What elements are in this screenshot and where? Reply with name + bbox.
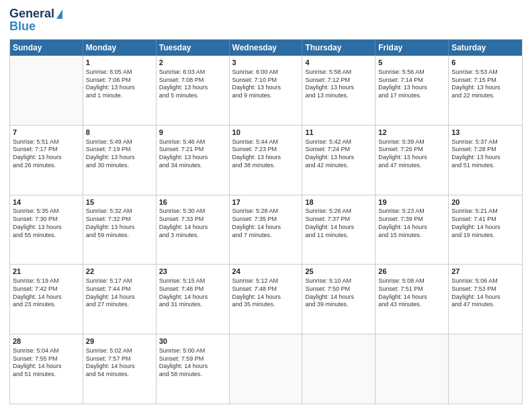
header-sunday: Sunday: [10, 40, 83, 56]
page: General Blue Sunday Monday Tuesday Wedne…: [0, 0, 532, 411]
day-info: Sunrise: 5:35 AM Sunset: 7:30 PM Dayligh…: [13, 208, 80, 239]
calendar: Sunday Monday Tuesday Wednesday Thursday…: [9, 39, 523, 404]
day-info: Sunrise: 5:51 AM Sunset: 7:17 PM Dayligh…: [13, 138, 80, 170]
day-number: 2: [159, 58, 226, 68]
day-info: Sunrise: 5:04 AM Sunset: 7:55 PM Dayligh…: [13, 347, 80, 379]
table-row: 28Sunrise: 5:04 AM Sunset: 7:55 PM Dayli…: [10, 334, 83, 404]
logo-general: General: [9, 7, 54, 21]
table-row: 23Sunrise: 5:15 AM Sunset: 7:46 PM Dayli…: [157, 265, 230, 334]
day-number: 22: [86, 267, 153, 277]
header-wednesday: Wednesday: [230, 40, 303, 56]
day-info: Sunrise: 5:06 AM Sunset: 7:53 PM Dayligh…: [451, 277, 519, 309]
logo-blue: Blue: [9, 19, 36, 34]
day-info: Sunrise: 5:19 AM Sunset: 7:42 PM Dayligh…: [13, 277, 80, 309]
table-row: 6Sunrise: 5:53 AM Sunset: 7:15 PM Daylig…: [449, 56, 522, 125]
calendar-row-2: 7Sunrise: 5:51 AM Sunset: 7:17 PM Daylig…: [10, 125, 522, 195]
day-number: 6: [451, 58, 519, 68]
day-info: Sunrise: 5:26 AM Sunset: 7:37 PM Dayligh…: [305, 208, 372, 239]
day-info: Sunrise: 5:23 AM Sunset: 7:39 PM Dayligh…: [378, 208, 445, 239]
day-number: 20: [451, 197, 519, 208]
day-info: Sunrise: 5:30 AM Sunset: 7:33 PM Dayligh…: [159, 208, 226, 239]
calendar-row-4: 21Sunrise: 5:19 AM Sunset: 7:42 PM Dayli…: [10, 264, 522, 334]
day-info: Sunrise: 5:08 AM Sunset: 7:51 PM Dayligh…: [378, 277, 445, 309]
day-info: Sunrise: 5:10 AM Sunset: 7:50 PM Dayligh…: [305, 277, 372, 309]
header-tuesday: Tuesday: [157, 40, 230, 56]
day-info: Sunrise: 5:21 AM Sunset: 7:41 PM Dayligh…: [451, 208, 519, 239]
table-row: [375, 334, 449, 404]
header-friday: Friday: [375, 40, 449, 56]
table-row: 25Sunrise: 5:10 AM Sunset: 7:50 PM Dayli…: [302, 265, 375, 334]
table-row: 21Sunrise: 5:19 AM Sunset: 7:42 PM Dayli…: [10, 265, 83, 334]
table-row: 29Sunrise: 5:02 AM Sunset: 7:57 PM Dayli…: [83, 334, 157, 404]
calendar-header: Sunday Monday Tuesday Wednesday Thursday…: [10, 40, 522, 56]
table-row: [302, 334, 375, 404]
day-number: 16: [159, 197, 226, 208]
day-info: Sunrise: 5:46 AM Sunset: 7:21 PM Dayligh…: [159, 138, 226, 170]
table-row: [10, 56, 83, 125]
calendar-body: 1Sunrise: 6:05 AM Sunset: 7:06 PM Daylig…: [10, 56, 522, 404]
day-number: 7: [13, 128, 80, 138]
day-info: Sunrise: 5:53 AM Sunset: 7:15 PM Dayligh…: [451, 68, 519, 100]
table-row: [230, 334, 303, 404]
logo: General Blue: [9, 7, 62, 34]
day-number: 21: [13, 267, 80, 277]
table-row: 11Sunrise: 5:42 AM Sunset: 7:24 PM Dayli…: [302, 126, 375, 195]
day-number: 9: [159, 128, 226, 138]
day-info: Sunrise: 6:00 AM Sunset: 7:10 PM Dayligh…: [232, 68, 300, 100]
table-row: 16Sunrise: 5:30 AM Sunset: 7:33 PM Dayli…: [157, 195, 230, 265]
table-row: 2Sunrise: 6:03 AM Sunset: 7:08 PM Daylig…: [157, 56, 230, 125]
header-thursday: Thursday: [302, 40, 375, 56]
day-info: Sunrise: 6:03 AM Sunset: 7:08 PM Dayligh…: [159, 68, 226, 100]
day-number: 29: [86, 336, 153, 347]
calendar-row-1: 1Sunrise: 6:05 AM Sunset: 7:06 PM Daylig…: [10, 56, 522, 125]
calendar-row-5: 28Sunrise: 5:04 AM Sunset: 7:55 PM Dayli…: [10, 334, 522, 404]
day-number: 23: [159, 267, 226, 277]
day-number: 4: [305, 58, 372, 68]
table-row: 12Sunrise: 5:39 AM Sunset: 7:26 PM Dayli…: [375, 126, 449, 195]
table-row: [449, 334, 522, 404]
day-info: Sunrise: 5:49 AM Sunset: 7:19 PM Dayligh…: [86, 138, 153, 170]
table-row: 17Sunrise: 5:28 AM Sunset: 7:35 PM Dayli…: [230, 195, 303, 265]
day-info: Sunrise: 5:28 AM Sunset: 7:35 PM Dayligh…: [232, 208, 300, 239]
table-row: 7Sunrise: 5:51 AM Sunset: 7:17 PM Daylig…: [10, 126, 83, 195]
table-row: 22Sunrise: 5:17 AM Sunset: 7:44 PM Dayli…: [83, 265, 157, 334]
table-row: 18Sunrise: 5:26 AM Sunset: 7:37 PM Dayli…: [302, 195, 375, 265]
day-number: 8: [86, 128, 153, 138]
day-number: 27: [451, 267, 519, 277]
header-monday: Monday: [83, 40, 157, 56]
day-info: Sunrise: 5:56 AM Sunset: 7:14 PM Dayligh…: [378, 68, 445, 100]
day-number: 28: [13, 336, 80, 347]
day-number: 15: [86, 197, 153, 208]
day-info: Sunrise: 5:15 AM Sunset: 7:46 PM Dayligh…: [159, 277, 226, 309]
logo-icon: [56, 9, 62, 19]
day-number: 25: [305, 267, 372, 277]
table-row: 24Sunrise: 5:12 AM Sunset: 7:48 PM Dayli…: [230, 265, 303, 334]
day-info: Sunrise: 5:17 AM Sunset: 7:44 PM Dayligh…: [86, 277, 153, 309]
table-row: 15Sunrise: 5:32 AM Sunset: 7:32 PM Dayli…: [83, 195, 157, 265]
table-row: 3Sunrise: 6:00 AM Sunset: 7:10 PM Daylig…: [230, 56, 303, 125]
table-row: 27Sunrise: 5:06 AM Sunset: 7:53 PM Dayli…: [449, 265, 522, 334]
day-info: Sunrise: 5:32 AM Sunset: 7:32 PM Dayligh…: [86, 208, 153, 239]
table-row: 5Sunrise: 5:56 AM Sunset: 7:14 PM Daylig…: [375, 56, 449, 125]
table-row: 8Sunrise: 5:49 AM Sunset: 7:19 PM Daylig…: [83, 126, 157, 195]
table-row: 9Sunrise: 5:46 AM Sunset: 7:21 PM Daylig…: [157, 126, 230, 195]
table-row: 14Sunrise: 5:35 AM Sunset: 7:30 PM Dayli…: [10, 195, 83, 265]
day-info: Sunrise: 5:02 AM Sunset: 7:57 PM Dayligh…: [86, 347, 153, 379]
header-saturday: Saturday: [449, 40, 522, 56]
day-number: 14: [13, 197, 80, 208]
day-number: 19: [378, 197, 445, 208]
table-row: 10Sunrise: 5:44 AM Sunset: 7:23 PM Dayli…: [230, 126, 303, 195]
day-number: 1: [86, 58, 153, 68]
table-row: 20Sunrise: 5:21 AM Sunset: 7:41 PM Dayli…: [449, 195, 522, 265]
day-info: Sunrise: 5:42 AM Sunset: 7:24 PM Dayligh…: [305, 138, 372, 170]
table-row: 13Sunrise: 5:37 AM Sunset: 7:28 PM Dayli…: [449, 126, 522, 195]
table-row: 26Sunrise: 5:08 AM Sunset: 7:51 PM Dayli…: [375, 265, 449, 334]
table-row: 4Sunrise: 5:58 AM Sunset: 7:12 PM Daylig…: [302, 56, 375, 125]
day-info: Sunrise: 5:44 AM Sunset: 7:23 PM Dayligh…: [232, 138, 300, 170]
day-number: 26: [378, 267, 445, 277]
day-number: 18: [305, 197, 372, 208]
day-info: Sunrise: 6:05 AM Sunset: 7:06 PM Dayligh…: [86, 68, 153, 100]
day-number: 3: [232, 58, 300, 68]
day-number: 11: [305, 128, 372, 138]
calendar-row-3: 14Sunrise: 5:35 AM Sunset: 7:30 PM Dayli…: [10, 195, 522, 265]
